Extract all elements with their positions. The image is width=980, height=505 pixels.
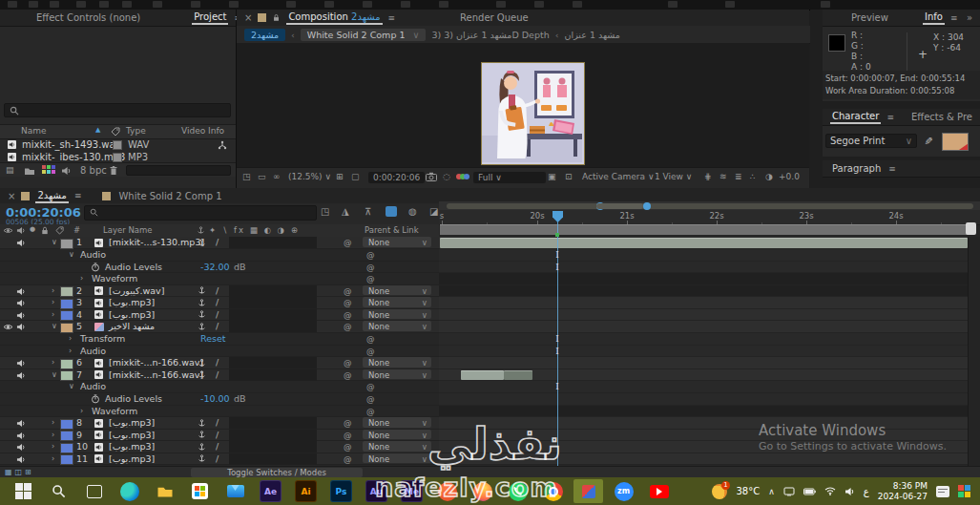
timeline-track-row[interactable] [439,346,968,358]
timeline-ruler[interactable]: s20s21s22s23s24s [439,210,980,225]
project-item[interactable]: mixkit-_sh-1493.wavWAV [0,138,236,151]
colors-app-icon[interactable] [958,485,970,497]
timeline-track-row[interactable] [439,406,968,418]
layer-color-swatch[interactable] [60,419,73,430]
layer-row[interactable]: ∨5مشهد الاخير/@None∨ [0,321,439,333]
tab-character[interactable]: Character [830,110,881,124]
taskbar-after-effects[interactable]: Ae [253,477,288,505]
layer-row[interactable]: ›2[كيبورت.wav]/@None∨ [0,285,439,298]
property-row[interactable]: ›Waveform@ [0,273,439,285]
close-icon[interactable]: × [244,12,252,23]
region-icon[interactable]: ▣ [548,172,556,181]
transparency-grid-icon[interactable]: ⊡ [565,172,573,181]
timeline-track-row[interactable] [439,333,968,346]
taskbar-clock[interactable]: 8:36 PM 2024-06-27 [878,481,928,502]
layer-row[interactable]: ›11[بوب.mp3]/@None∨ [0,453,439,466]
taskbar-task-view[interactable] [76,477,112,505]
sort-asc-icon[interactable]: ▲ [95,126,100,134]
layer-duration-bar[interactable] [461,370,504,381]
column-type[interactable]: Type [126,126,146,136]
toggle-switches-modes-button[interactable]: Toggle Switches / Modes [191,468,363,477]
layer-row[interactable]: ∨7[mixkit-...n-166.wav]/@None∨ [0,369,439,382]
show-snapshot-icon[interactable]: ◌ [443,172,450,181]
exposure-icon[interactable]: ◑ [765,172,773,181]
breadcrumb-dropdown[interactable]: White Solid 2 Comp 1 ∨ [301,29,427,41]
camera-dropdown[interactable]: Active Camera ∨ [582,172,654,181]
layer-color-swatch[interactable] [60,370,73,381]
timeline-track-row[interactable] [439,273,968,285]
label-color-swatch[interactable] [113,140,122,150]
panel-menu-icon[interactable]: ≡ [888,164,896,174]
parent-dropdown[interactable]: None∨ [363,453,431,464]
keyframe-marker[interactable]: I [553,346,561,357]
tab-project[interactable]: Project [192,11,228,25]
motion-blur-icon[interactable]: ◍ [408,206,417,217]
panel-menu-icon[interactable]: ≡ [74,191,82,200]
property-value[interactable]: -32.00 [200,262,230,273]
taskbar-edge[interactable] [112,477,147,505]
keyframe-marker[interactable]: I [553,262,561,273]
stopwatch-icon[interactable] [91,263,100,272]
property-row[interactable]: ∨Audio@ [0,249,439,262]
breadcrumb-current[interactable]: مشهد2 [244,29,285,41]
tab-paragraph[interactable]: Paragraph [830,162,883,175]
magnification-icon[interactable]: ∞ [273,172,281,181]
taskbar-youtube[interactable] [641,477,677,505]
zoom-level-dropdown[interactable]: (12.5%) ∨ [288,172,331,181]
panel-menu-icon[interactable]: ≡ [886,113,894,122]
parent-dropdown[interactable]: None∨ [363,237,431,247]
layer-color-swatch[interactable] [60,310,73,321]
parent-dropdown[interactable]: None∨ [363,285,431,296]
layer-row[interactable]: ›6[mixkit-...n-166.wav]/@None∨ [0,357,439,369]
timeline-scrollbar[interactable] [968,237,980,466]
timeline-track-row[interactable] [439,309,968,322]
timeline-view-icons[interactable]: ▦◫⊞ [5,468,34,476]
fast-preview-icon[interactable]: ≋ [719,172,727,181]
tab-effects-presets[interactable]: Effects & Pre [909,111,974,123]
parent-dropdown[interactable]: None∨ [363,321,431,331]
action-center-icon[interactable] [936,486,949,497]
project-panel-icon[interactable]: ▤ [6,165,14,175]
layer-row[interactable]: ›3[بوب.mp3]/@None∨ [0,297,439,309]
column-parent-link[interactable]: Parent & Link [365,225,419,235]
font-family-dropdown[interactable]: Segoe Print ∨ [825,134,917,148]
property-row[interactable]: Audio Levels-10.00dB@ [0,393,439,406]
comp-mini-flowchart-icon[interactable]: ◳ [321,206,329,217]
project-list-header[interactable]: Name ▲ Type Video Info [0,124,236,139]
view-layout-dropdown[interactable]: 1 View ∨ [655,172,692,181]
taskbar-store[interactable] [182,477,218,505]
parent-dropdown[interactable]: None∨ [363,417,431,428]
column-number[interactable]: # [73,225,80,235]
layer-color-swatch[interactable] [60,431,73,441]
property-value[interactable]: -10.00 [200,393,230,405]
wifi-icon[interactable] [824,487,836,495]
work-area-end-marker[interactable] [966,222,976,235]
speaker-icon[interactable] [16,226,26,235]
property-row[interactable]: ›Waveform@ [0,406,439,418]
parent-dropdown[interactable]: None∨ [363,297,431,307]
layer-duration-bar[interactable] [440,238,968,248]
property-row[interactable]: ›TransformReset@ [0,333,439,346]
lock-icon[interactable] [272,13,281,22]
taskbar-start[interactable] [6,477,41,505]
layer-duration-bar[interactable] [504,370,532,381]
frame-blending-icon[interactable] [386,206,397,217]
layer-row[interactable]: ›10[بوب.mp3]/@None∨ [0,441,439,453]
layer-color-swatch[interactable] [60,323,73,333]
tab-composition[interactable]: Composition مشهد2 [286,11,382,25]
exposure-value[interactable]: +0.0 [779,172,800,181]
timeline-track-row[interactable] [439,381,968,393]
label-tag-icon[interactable] [111,127,120,137]
solo-icon[interactable]: ● [30,225,35,233]
layer-row[interactable]: ›9[بوب.mp3]/@None∨ [0,430,439,442]
label-color-swatch[interactable] [113,153,122,162]
graph-editor-icon[interactable]: ◪ [429,206,438,217]
taskbar-file-explorer[interactable] [147,477,182,505]
column-layer-name[interactable]: Layer Name [103,225,152,235]
composition-viewport[interactable] [237,43,809,167]
close-icon[interactable]: × [8,191,15,201]
layer-color-swatch[interactable] [60,359,73,369]
language-indicator[interactable]: ع [864,486,869,496]
timeline-track-row[interactable] [439,249,968,262]
show-channel-icon[interactable] [456,172,469,181]
